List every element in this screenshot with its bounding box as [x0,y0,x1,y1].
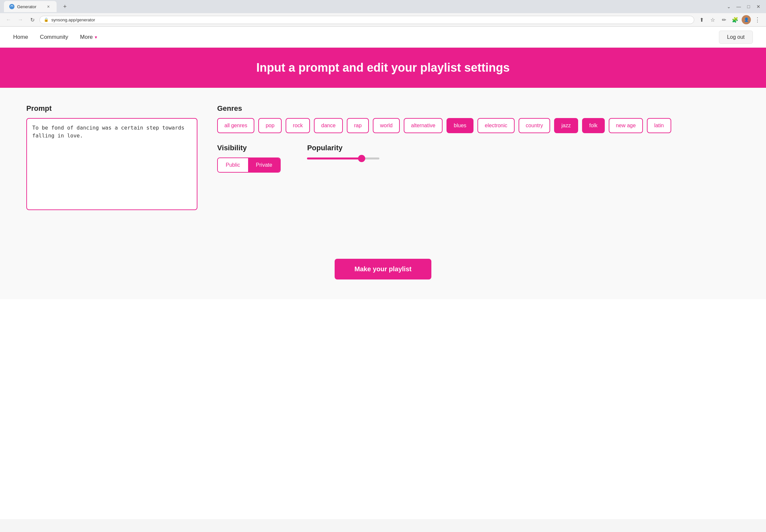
popularity-slider[interactable] [307,157,379,159]
hero-title: Input a prompt and edit your playlist se… [7,61,759,75]
tab-favicon [9,4,14,9]
visibility-toggle: PublicPrivate [217,157,281,173]
app-wrapper: Home Community More ▾ Log out Input a pr… [0,27,766,519]
genre-btn-folk[interactable]: folk [582,118,605,133]
toolbar-icons: ⬆ ☆ ✏ 🧩 👤 ⋮ [697,15,762,24]
share-button[interactable]: ⬆ [697,15,706,24]
genres-grid: all genrespoprockdancerapworldalternativ… [217,118,740,133]
nav-community[interactable]: Community [40,34,68,40]
address-bar[interactable]: 🔒 synsong.app/generator [39,16,694,24]
prompt-section: Prompt To be fond of dancing was a certa… [26,104,197,236]
visibility-btn-private[interactable]: Private [248,158,280,172]
app-navigation: Home Community More ▾ Log out [0,27,766,48]
genre-btn-electronic[interactable]: electronic [478,118,514,133]
nav-home[interactable]: Home [13,34,28,40]
profile-avatar[interactable]: 👤 [742,15,751,24]
visibility-section: Visibility PublicPrivate [217,144,281,173]
window-maximize-button[interactable]: □ [745,3,752,10]
forward-button[interactable]: → [16,15,25,24]
logout-button[interactable]: Log out [719,31,753,44]
genre-btn-dance[interactable]: dance [314,118,343,133]
refresh-button[interactable]: ↻ [28,15,37,24]
pen-button[interactable]: ✏ [719,15,729,24]
nav-more[interactable]: More ▾ [80,34,97,40]
popularity-section: Popularity [307,144,379,159]
genres-label: Genres [217,104,740,113]
lock-icon: 🔒 [44,17,49,22]
make-playlist-button[interactable]: Make your playlist [334,259,431,279]
prompt-textarea[interactable]: To be fond of dancing was a certain step… [26,118,197,210]
menu-button[interactable]: ⋮ [753,15,762,24]
browser-toolbar: ← → ↻ 🔒 synsong.app/generator ⬆ ☆ ✏ 🧩 👤 … [0,13,766,27]
window-controls: ⌄ — □ ✕ [725,3,762,10]
browser-tab[interactable]: Generator × [4,1,57,12]
tab-title: Generator [17,4,37,9]
chevron-down-icon: ▾ [95,35,97,40]
hero-banner: Input a prompt and edit your playlist se… [0,48,766,88]
popularity-slider-container [307,157,379,159]
browser-chrome: Generator × + ⌄ — □ ✕ ← → ↻ 🔒 synsong.ap… [0,0,766,27]
bottom-settings: Visibility PublicPrivate Popularity [217,144,740,173]
visibility-btn-public[interactable]: Public [218,158,248,172]
nav-more-label: More [80,34,93,40]
main-content: Prompt To be fond of dancing was a certa… [0,88,766,252]
new-tab-button[interactable]: + [61,1,69,13]
popularity-label: Popularity [307,144,379,152]
genre-btn-alternative[interactable]: alternative [404,118,443,133]
window-close-button[interactable]: ✕ [755,3,762,10]
window-minimize-button[interactable]: — [735,3,742,10]
genre-btn-rap[interactable]: rap [347,118,369,133]
prompt-label: Prompt [26,104,197,113]
settings-section: Genres all genrespoprockdancerapworldalt… [217,104,740,236]
genre-btn-latin[interactable]: latin [647,118,671,133]
make-playlist-container: Make your playlist [0,252,766,299]
genre-btn-new-age[interactable]: new age [609,118,643,133]
visibility-label: Visibility [217,144,281,152]
genre-btn-country[interactable]: country [519,118,550,133]
genre-btn-pop[interactable]: pop [258,118,282,133]
nav-links: Home Community More ▾ [13,34,97,40]
genre-btn-world[interactable]: world [373,118,400,133]
extensions-button[interactable]: 🧩 [730,15,740,24]
bookmark-button[interactable]: ☆ [708,15,717,24]
back-button[interactable]: ← [4,15,13,24]
genre-btn-all-genres[interactable]: all genres [217,118,254,133]
genre-btn-blues[interactable]: blues [447,118,474,133]
tab-close-button[interactable]: × [45,4,51,10]
genre-btn-rock[interactable]: rock [285,118,310,133]
window-expand-button[interactable]: ⌄ [725,3,732,10]
genre-btn-jazz[interactable]: jazz [554,118,578,133]
url-text: synsong.app/generator [51,17,690,22]
browser-titlebar: Generator × + ⌄ — □ ✕ [0,0,766,13]
